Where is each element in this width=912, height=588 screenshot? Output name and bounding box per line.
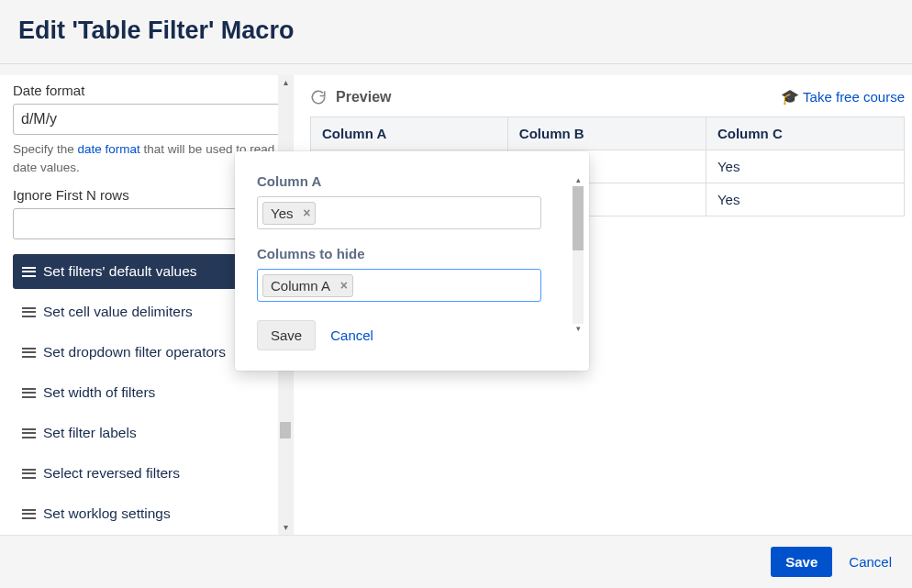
scroll-down-arrow-icon[interactable]: ▾ <box>278 520 293 535</box>
cancel-link[interactable]: Cancel <box>849 554 892 570</box>
dialog-footer: Save Cancel <box>0 535 912 588</box>
take-course-link[interactable]: 🎓 Take free course <box>781 88 905 105</box>
tag-text: Column A <box>271 278 330 294</box>
sidebar-item-label: Set width of filters <box>43 384 155 401</box>
date-format-input[interactable] <box>13 104 284 135</box>
col-header-c: Column C <box>706 117 904 150</box>
refresh-icon[interactable] <box>310 89 327 105</box>
date-format-label: Date format <box>13 83 282 98</box>
preview-title-text: Preview <box>336 89 391 105</box>
popup-field1-label: Column A <box>257 173 571 189</box>
col-header-a: Column A <box>311 117 508 150</box>
filter-defaults-popup: Column A Yes × Columns to hide Column A … <box>235 151 589 371</box>
take-course-text: Take free course <box>803 89 905 105</box>
popup-scrollbar[interactable]: ▴ ▾ <box>573 175 584 313</box>
col-header-b: Column B <box>507 117 706 150</box>
tag-text: Yes <box>271 205 293 221</box>
list-icon <box>22 348 36 358</box>
sidebar-item[interactable]: Set width of filters <box>13 375 282 410</box>
sidebar-item-label: Set cell value delimiters <box>43 304 193 320</box>
hint-prefix: Specify the <box>13 142 78 156</box>
tag-remove-icon[interactable]: × <box>303 205 310 220</box>
date-format-doc-link[interactable]: date format <box>78 142 140 156</box>
list-icon <box>22 509 36 519</box>
sidebar-item[interactable]: Set worklog settings <box>13 496 282 531</box>
popup-field2-label: Columns to hide <box>257 246 571 261</box>
popup-save-button[interactable]: Save <box>257 320 316 350</box>
cell: Yes <box>706 150 904 183</box>
list-icon <box>22 428 36 438</box>
list-icon <box>22 388 36 398</box>
tag-chip: Column A × <box>262 274 353 297</box>
list-icon <box>22 267 36 277</box>
popup-scroll-track[interactable] <box>573 186 584 324</box>
sidebar-item-label: Set worklog settings <box>43 505 171 522</box>
graduation-cap-icon: 🎓 <box>781 88 799 105</box>
sidebar-item-label: Set dropdown filter operators <box>43 344 226 361</box>
list-icon <box>22 469 36 479</box>
sidebar-item-label: Set filter labels <box>43 425 137 441</box>
sidebar-item[interactable]: Set filter labels <box>13 416 282 450</box>
popup-scroll-up-icon[interactable]: ▴ <box>573 175 584 186</box>
sidebar-item-label: Select reversed filters <box>43 465 180 482</box>
tag-remove-icon[interactable]: × <box>340 278 348 293</box>
save-button[interactable]: Save <box>771 547 832 577</box>
popup-scroll-thumb[interactable] <box>573 186 584 250</box>
popup-field1-input[interactable]: Yes × <box>257 196 541 229</box>
tag-chip: Yes × <box>262 202 316 225</box>
sidebar-item-label: Set filters' default values <box>43 263 197 280</box>
popup-scroll-down-icon[interactable]: ▾ <box>573 324 584 335</box>
popup-actions: Save Cancel <box>257 320 571 350</box>
scroll-thumb[interactable] <box>280 422 291 438</box>
scroll-up-arrow-icon[interactable]: ▴ <box>278 75 293 90</box>
dialog-title: Edit 'Table Filter' Macro <box>18 17 894 45</box>
preview-header: Preview 🎓 Take free course <box>310 84 905 116</box>
sidebar-item[interactable]: Select reversed filters <box>13 456 282 491</box>
cell: Yes <box>706 183 904 216</box>
dialog-header: Edit 'Table Filter' Macro <box>0 0 912 64</box>
list-icon <box>22 307 36 317</box>
popup-cancel-link[interactable]: Cancel <box>330 327 373 343</box>
preview-title-group: Preview <box>310 89 391 105</box>
popup-field2-input[interactable]: Column A × <box>257 269 541 302</box>
